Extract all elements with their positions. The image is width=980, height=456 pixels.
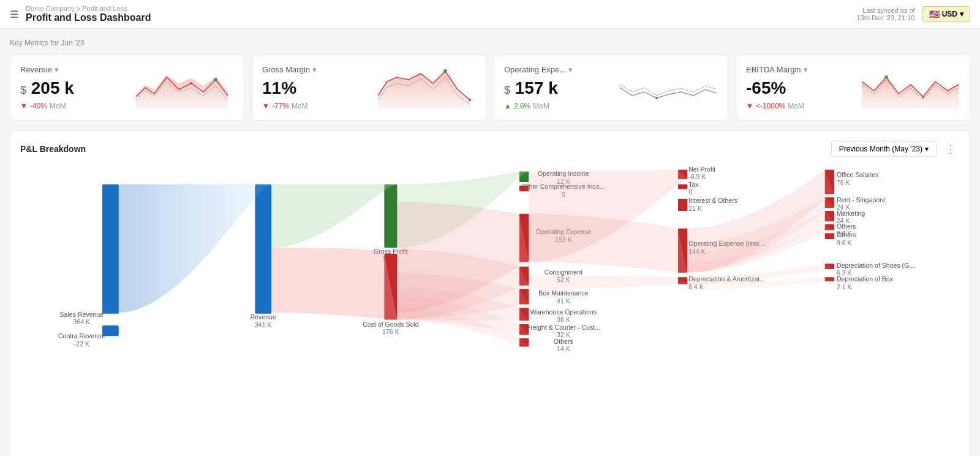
change-arrow-icon-opex: ▲	[504, 102, 511, 110]
metric-value-ebitda: -65%	[746, 79, 808, 98]
bar-gross-profit	[384, 184, 397, 248]
metric-card-opex: Operating Expe... ▾ $ 157 k ▲ 2.6% MoM	[494, 55, 728, 121]
bar-tax	[678, 184, 687, 189]
pnl-header: P&L Breakdown Previous Month (May '23) ▾…	[20, 141, 960, 157]
bar-sales-revenue	[102, 184, 119, 314]
label-depr-shoes: Depreciation of Shoes (G...	[837, 262, 914, 269]
label-revenue: Revenue	[251, 313, 276, 321]
bar-interest	[678, 199, 687, 211]
value-depr-box: 2.1 K	[837, 283, 852, 290]
label-sales-revenue: Sales Revenue	[60, 310, 104, 317]
metric-title-ebitda: EBITDA Margin ▾	[746, 65, 808, 74]
value-others-2: 9.6 K	[837, 238, 852, 246]
period-dropdown-icon: ▾	[925, 145, 929, 153]
value-contra-revenue: -22 K	[74, 340, 89, 347]
hamburger-icon[interactable]: ☰	[10, 9, 18, 20]
metric-value-revenue: $ 205 k	[20, 79, 74, 98]
value-box-maint: 41 K	[557, 297, 570, 304]
change-arrow-icon-ebitda: ▼	[746, 102, 753, 110]
currency-dropdown-icon: ▾	[960, 10, 963, 18]
value-net-profit: -8.9 K	[688, 173, 706, 180]
label-marketing: Marketing	[837, 209, 865, 216]
svg-point-6	[922, 96, 924, 98]
label-warehouse: Warehouse Operations	[530, 308, 597, 316]
page-title: Profit and Loss Dashboard	[26, 12, 151, 23]
metric-chart-gross-margin	[378, 66, 476, 109]
label-others-1: Others	[837, 222, 856, 230]
metric-card-revenue: Revenue ▾ $ 205 k ▼ -40% MoM	[10, 55, 244, 121]
metric-change-opex: ▲ 2.6% MoM	[504, 102, 573, 110]
svg-point-2	[443, 69, 447, 73]
top-bar-left: ☰ Demo Company > Profit and Loss Profit …	[10, 5, 151, 23]
label-others-2: Others	[837, 231, 856, 238]
metric-title-opex: Operating Expe... ▾	[504, 65, 573, 74]
flow-sales-to-revenue	[119, 184, 271, 313]
metric-change-ebitda: ▼ <-1000% MoM	[746, 102, 808, 110]
currency-button[interactable]: 🇺🇸 USD ▾	[922, 6, 970, 22]
period-button[interactable]: Previous Month (May '23) ▾	[831, 141, 937, 157]
main-content: Key Metrics for Jun '23 Revenue ▾ $ 205 …	[0, 29, 980, 456]
metric-dropdown-icon-ebitda[interactable]: ▾	[804, 65, 808, 74]
top-bar-right: Last synced as of 13th Dec '23, 21:10 🇺🇸…	[857, 6, 970, 22]
value-warehouse: 38 K	[557, 316, 570, 323]
value-tax: 0	[688, 188, 692, 196]
label-rent-sg: Rent - Singapore	[837, 196, 886, 203]
label-office-salaries: Office Salaries	[837, 171, 878, 178]
svg-point-3	[469, 99, 471, 101]
label-contra-revenue: Contra Revenue	[58, 332, 105, 340]
metric-title-gross-margin: Gross Margin ▾	[262, 65, 317, 74]
pnl-section: P&L Breakdown Previous Month (May '23) ▾…	[10, 131, 970, 456]
flow-revenue-to-cogs	[271, 248, 397, 319]
flow-to-opex-less	[529, 214, 687, 273]
metric-change-gross-margin: ▼ -77% MoM	[262, 102, 317, 110]
label-cogs: Cost of Goods Sold	[363, 321, 419, 328]
label-tax: Tax	[688, 180, 699, 188]
label-box-maint: Box Maintenance	[538, 289, 589, 297]
title-area: Demo Company > Profit and Loss Profit an…	[26, 5, 151, 23]
metric-dropdown-icon-opex[interactable]: ▾	[568, 65, 573, 74]
label-freight: Freight & Courier - Cust...	[527, 323, 600, 330]
metric-chart-ebitda	[862, 66, 960, 109]
change-arrow-icon-gm: ▼	[262, 102, 270, 110]
metric-cards: Revenue ▾ $ 205 k ▼ -40% MoM	[10, 55, 970, 121]
value-others-bottom: 14 K	[557, 345, 570, 352]
metric-left-gross-margin: Gross Margin ▾ 11% ▼ -77% MoM	[262, 65, 317, 110]
value-cogs: 176 K	[382, 328, 399, 335]
flow-to-depr	[529, 275, 687, 289]
svg-point-1	[190, 82, 192, 85]
pnl-title: P&L Breakdown	[20, 144, 86, 154]
bar-revenue	[255, 184, 271, 314]
metric-chart-revenue	[136, 66, 234, 109]
more-options-button[interactable]: ⋮	[941, 141, 960, 157]
sankey-svg: Sales Revenue 364 K Contra Revenue -22 K…	[20, 167, 960, 455]
value-interest: 21 K	[688, 205, 702, 212]
metric-left-revenue: Revenue ▾ $ 205 k ▼ -40% MoM	[20, 65, 74, 110]
svg-point-5	[884, 75, 888, 79]
metric-chart-opex	[620, 66, 718, 109]
key-metrics-label: Key Metrics for Jun '23	[10, 39, 970, 47]
svg-point-0	[214, 78, 217, 82]
metric-left-ebitda: EBITDA Margin ▾ -65% ▼ <-1000% MoM	[746, 65, 808, 110]
metric-title-revenue: Revenue ▾	[20, 65, 74, 74]
metric-change-revenue: ▼ -40% MoM	[20, 102, 74, 110]
label-depr-box: Depreciation of Box	[837, 275, 894, 283]
value-office-salaries: 76 K	[837, 179, 850, 186]
label-interest: Interest & Others	[688, 197, 737, 204]
metric-value-opex: $ 157 k	[504, 79, 573, 98]
pnl-controls: Previous Month (May '23) ▾ ⋮	[831, 141, 960, 157]
metric-card-gross-margin: Gross Margin ▾ 11% ▼ -77% MoM	[252, 55, 486, 121]
svg-point-4	[655, 97, 658, 99]
metric-dropdown-icon[interactable]: ▾	[55, 65, 59, 74]
metric-value-gross-margin: 11%	[262, 79, 317, 98]
metric-left-opex: Operating Expe... ▾ $ 157 k ▲ 2.6% MoM	[504, 65, 573, 110]
metric-card-ebitda: EBITDA Margin ▾ -65% ▼ <-1000% MoM	[736, 55, 970, 121]
sync-info: Last synced as of 13th Dec '23, 21:10	[857, 7, 915, 21]
breadcrumb: Demo Company > Profit and Loss	[26, 5, 151, 12]
flow-revenue-to-grossprofit	[271, 184, 397, 248]
metric-dropdown-icon-gm[interactable]: ▾	[312, 65, 317, 74]
flag-icon: 🇺🇸	[929, 9, 940, 19]
value-revenue: 341 K	[255, 321, 272, 329]
currency-label: USD	[942, 10, 957, 18]
label-consignment: Consignment	[545, 268, 582, 275]
sankey-diagram: Sales Revenue 364 K Contra Revenue -22 K…	[20, 167, 960, 455]
